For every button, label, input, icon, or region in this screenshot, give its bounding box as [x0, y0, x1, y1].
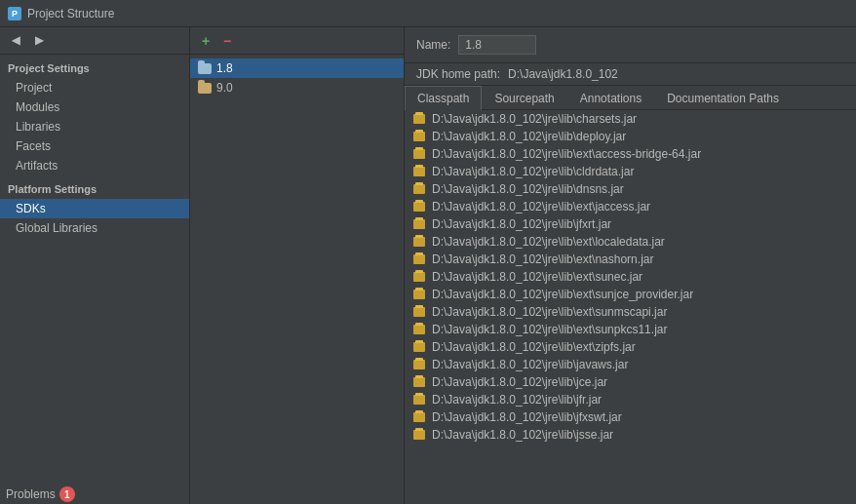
tab-classpath[interactable]: Classpath [405, 86, 482, 110]
classpath-item-text: D:\Java\jdk1.8.0_102\jre\lib\dnsns.jar [432, 182, 624, 196]
jar-icon [412, 200, 426, 213]
name-label: Name: [416, 38, 450, 52]
tabs-container: Classpath Sourcepath Annotations Documen… [405, 86, 856, 110]
sidebar-item-sdks[interactable]: SDKs [0, 199, 189, 218]
modules-label: Modules [16, 100, 59, 114]
back-button[interactable]: ◀ [6, 31, 25, 51]
project-settings-header: Project Settings [0, 55, 189, 78]
classpath-item[interactable]: D:\Java\jdk1.8.0_102\jre\lib\ext\jaccess… [405, 198, 856, 215]
jar-icon [412, 340, 426, 354]
name-input[interactable] [458, 35, 536, 55]
classpath-item[interactable]: D:\Java\jdk1.8.0_102\jre\lib\ext\sunmsca… [405, 303, 856, 321]
jdk-path-value: D:\Java\jdk1.8.0_102 [508, 67, 618, 81]
classpath-item-text: D:\Java\jdk1.8.0_102\jre\lib\javaws.jar [432, 358, 628, 371]
classpath-item-text: D:\Java\jdk1.8.0_102\jre\lib\deploy.jar [432, 130, 626, 143]
sdk-tree-panel: + − 1.8 9.0 [190, 27, 405, 504]
add-sdk-button[interactable]: + [196, 31, 215, 51]
classpath-item[interactable]: D:\Java\jdk1.8.0_102\jre\lib\ext\localed… [405, 233, 856, 251]
folder-icon-18 [198, 63, 212, 74]
sidebar-item-project[interactable]: Project [0, 78, 189, 97]
classpath-item-text: D:\Java\jdk1.8.0_102\jre\lib\jce.jar [432, 375, 607, 389]
classpath-item-text: D:\Java\jdk1.8.0_102\jre\lib\ext\access-… [432, 147, 701, 161]
global-libraries-label: Global Libraries [16, 221, 97, 235]
libraries-label: Libraries [16, 120, 60, 134]
name-row: Name: [405, 27, 856, 63]
classpath-item-text: D:\Java\jdk1.8.0_102\jre\lib\ext\zipfs.j… [432, 340, 636, 354]
jar-icon [412, 393, 426, 407]
classpath-item[interactable]: D:\Java\jdk1.8.0_102\jre\lib\deploy.jar [405, 128, 856, 145]
jar-icon [412, 165, 426, 178]
content-area: + − 1.8 9.0 Name: [190, 27, 856, 504]
sdk-item-18-label: 1.8 [216, 61, 233, 75]
tab-annotations[interactable]: Annotations [567, 86, 654, 110]
forward-button[interactable]: ▶ [29, 31, 49, 51]
platform-settings-header: Platform Settings [0, 175, 189, 199]
jar-icon [412, 428, 426, 442]
problems-item[interactable]: Problems 1 [0, 485, 189, 504]
jar-icon [412, 252, 426, 266]
jar-icon [412, 112, 426, 126]
classpath-item[interactable]: D:\Java\jdk1.8.0_102\jre\lib\javaws.jar [405, 356, 856, 373]
classpath-item[interactable]: D:\Java\jdk1.8.0_102\jre\lib\ext\sunec.j… [405, 268, 856, 286]
classpath-item-text: D:\Java\jdk1.8.0_102\jre\lib\ext\sunpkcs… [432, 323, 667, 336]
tab-sourcepath[interactable]: Sourcepath [482, 86, 566, 110]
classpath-item-text: D:\Java\jdk1.8.0_102\jre\lib\jfr.jar [432, 393, 602, 407]
sdk-item-18[interactable]: 1.8 [190, 58, 404, 78]
jar-icon [412, 323, 426, 336]
classpath-item[interactable]: D:\Java\jdk1.8.0_102\jre\lib\charsets.ja… [405, 110, 856, 128]
classpath-item[interactable]: D:\Java\jdk1.8.0_102\jre\lib\jsse.jar [405, 426, 856, 444]
jar-icon [412, 270, 426, 284]
classpath-item-text: D:\Java\jdk1.8.0_102\jre\lib\jfxrt.jar [432, 217, 611, 231]
sidebar-item-facets[interactable]: Facets [0, 136, 189, 156]
classpath-item-text: D:\Java\jdk1.8.0_102\jre\lib\ext\sunmsca… [432, 305, 667, 319]
classpath-list: D:\Java\jdk1.8.0_102\jre\lib\charsets.ja… [405, 110, 856, 504]
jar-icon [412, 182, 426, 196]
remove-sdk-button[interactable]: − [217, 31, 237, 51]
problems-label: Problems [6, 487, 56, 501]
jar-icon [412, 410, 426, 424]
classpath-item[interactable]: D:\Java\jdk1.8.0_102\jre\lib\ext\nashorn… [405, 251, 856, 268]
jar-icon [412, 130, 426, 143]
sidebar-toolbar: ◀ ▶ [0, 27, 189, 55]
sidebar-item-artifacts[interactable]: Artifacts [0, 156, 189, 175]
project-label: Project [16, 81, 52, 95]
facets-label: Facets [16, 139, 51, 153]
jar-icon [412, 358, 426, 371]
classpath-item-text: D:\Java\jdk1.8.0_102\jre\lib\charsets.ja… [432, 112, 637, 126]
classpath-item[interactable]: D:\Java\jdk1.8.0_102\jre\lib\jce.jar [405, 373, 856, 391]
jdk-path-label: JDK home path: [416, 67, 500, 81]
sidebar-item-modules[interactable]: Modules [0, 97, 189, 117]
tab-documentation[interactable]: Documentation Paths [654, 86, 792, 110]
jar-icon [412, 147, 426, 161]
classpath-item-text: D:\Java\jdk1.8.0_102\jre\lib\ext\sunjce_… [432, 288, 693, 301]
classpath-item-text: D:\Java\jdk1.8.0_102\jre\lib\cldrdata.ja… [432, 165, 634, 178]
classpath-item[interactable]: D:\Java\jdk1.8.0_102\jre\lib\jfxswt.jar [405, 408, 856, 426]
sdk-tree-toolbar: + − [190, 27, 404, 55]
title-bar-text: Project Structure [27, 7, 114, 20]
classpath-item-text: D:\Java\jdk1.8.0_102\jre\lib\ext\localed… [432, 235, 665, 249]
jar-icon [412, 217, 426, 231]
sidebar: ◀ ▶ Project Settings Project Modules Lib… [0, 27, 190, 504]
sidebar-item-libraries[interactable]: Libraries [0, 117, 189, 136]
classpath-item-text: D:\Java\jdk1.8.0_102\jre\lib\jsse.jar [432, 428, 613, 442]
classpath-item-text: D:\Java\jdk1.8.0_102\jre\lib\ext\sunec.j… [432, 270, 642, 284]
classpath-item[interactable]: D:\Java\jdk1.8.0_102\jre\lib\jfr.jar [405, 391, 856, 408]
jar-icon [412, 375, 426, 389]
folder-icon-90 [198, 83, 212, 94]
classpath-item[interactable]: D:\Java\jdk1.8.0_102\jre\lib\ext\sunpkcs… [405, 321, 856, 338]
classpath-item[interactable]: D:\Java\jdk1.8.0_102\jre\lib\jfxrt.jar [405, 215, 856, 233]
title-bar: P Project Structure [0, 0, 856, 27]
sdk-item-90-label: 9.0 [216, 81, 233, 95]
classpath-item-text: D:\Java\jdk1.8.0_102\jre\lib\ext\jaccess… [432, 200, 650, 213]
classpath-item[interactable]: D:\Java\jdk1.8.0_102\jre\lib\ext\sunjce_… [405, 286, 856, 303]
sidebar-item-global-libraries[interactable]: Global Libraries [0, 218, 189, 238]
classpath-item[interactable]: D:\Java\jdk1.8.0_102\jre\lib\dnsns.jar [405, 180, 856, 198]
sdk-tree-list: 1.8 9.0 [190, 55, 404, 504]
jar-icon [412, 305, 426, 319]
classpath-item[interactable]: D:\Java\jdk1.8.0_102\jre\lib\ext\access-… [405, 145, 856, 163]
main-layout: ◀ ▶ Project Settings Project Modules Lib… [0, 27, 856, 504]
sdk-item-90[interactable]: 9.0 [190, 78, 404, 97]
classpath-item[interactable]: D:\Java\jdk1.8.0_102\jre\lib\cldrdata.ja… [405, 163, 856, 180]
classpath-item[interactable]: D:\Java\jdk1.8.0_102\jre\lib\ext\zipfs.j… [405, 338, 856, 356]
sdks-label: SDKs [16, 202, 46, 215]
